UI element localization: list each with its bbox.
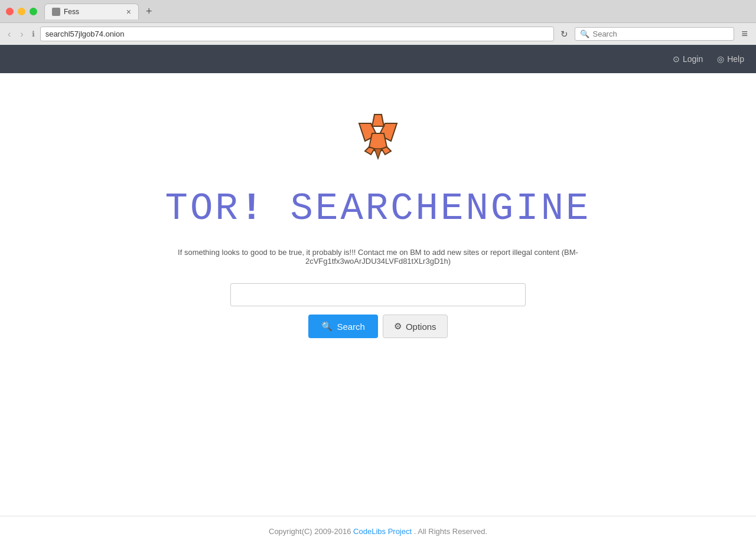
- browser-search-icon: 🔍: [580, 30, 589, 38]
- browser-tab[interactable]: Fess ×: [44, 4, 139, 19]
- footer: Copyright(C) 2009-2016 CodeLibs Project …: [0, 516, 756, 537]
- search-button-icon: 🔍: [321, 321, 333, 332]
- page-content: .logo-fill { fill: #f47c3c; stroke: #5a3…: [0, 73, 756, 516]
- tab-label: Fess: [64, 8, 123, 16]
- options-button-label: Options: [406, 322, 436, 332]
- url-input[interactable]: [40, 27, 555, 41]
- options-button[interactable]: ⚙ Options: [383, 315, 448, 338]
- title-tor: Tor: [165, 188, 240, 230]
- search-button[interactable]: 🔍 Search: [308, 315, 378, 338]
- reload-button[interactable]: ↻: [558, 28, 571, 41]
- title-searchengine: SearchEngine: [291, 188, 591, 230]
- back-button[interactable]: ‹: [5, 28, 14, 41]
- browser-chrome: Fess × + ‹ › ℹ ↻ 🔍 ≡: [0, 0, 756, 45]
- svg-marker-2: [372, 114, 384, 126]
- site-title: Tor! SearchEngine: [165, 188, 591, 230]
- svg-marker-4: [374, 149, 382, 159]
- title-bar: Fess × +: [0, 0, 756, 22]
- site-nav: ⊙ Login ◎ Help: [0, 45, 756, 73]
- address-bar: ‹ › ℹ ↻ 🔍 ≡: [0, 22, 756, 45]
- help-link[interactable]: ◎ Help: [717, 54, 744, 64]
- maximize-window-button[interactable]: [30, 8, 37, 15]
- search-button-label: Search: [337, 322, 365, 332]
- svg-marker-5: [365, 147, 374, 155]
- login-label: Login: [683, 54, 703, 64]
- search-form: 🔍 Search ⚙ Options: [230, 283, 526, 338]
- close-window-button[interactable]: [6, 8, 14, 15]
- forward-button[interactable]: ›: [17, 28, 26, 41]
- search-buttons: 🔍 Search ⚙ Options: [308, 315, 447, 338]
- new-tab-button[interactable]: +: [141, 3, 157, 20]
- footer-rights: . All Rights Reserved.: [414, 527, 487, 536]
- browser-search-box: 🔍: [575, 27, 734, 41]
- svg-marker-6: [382, 147, 391, 155]
- info-icon: ℹ: [30, 28, 37, 40]
- options-button-icon: ⚙: [394, 321, 402, 332]
- footer-copyright: Copyright(C) 2009-2016: [269, 527, 351, 536]
- tab-close-button[interactable]: ×: [126, 8, 131, 16]
- browser-search-input[interactable]: [592, 30, 711, 38]
- help-label: Help: [727, 54, 744, 64]
- search-input[interactable]: [230, 283, 526, 306]
- minimize-window-button[interactable]: [18, 8, 25, 15]
- footer-project-link[interactable]: CodeLibs Project: [353, 527, 414, 536]
- window-controls: [6, 8, 37, 15]
- site-logo: .logo-fill { fill: #f47c3c; stroke: #5a3…: [348, 109, 408, 176]
- tab-favicon: [52, 8, 60, 16]
- title-exclamation: !: [240, 188, 265, 230]
- footer-project-name: CodeLibs Project: [353, 527, 412, 536]
- tagline: If something looks to good to be true, i…: [142, 248, 614, 266]
- login-icon: ⊙: [673, 54, 680, 64]
- help-icon: ◎: [717, 54, 724, 64]
- login-link[interactable]: ⊙ Login: [673, 54, 703, 64]
- browser-menu-button[interactable]: ≡: [738, 27, 751, 41]
